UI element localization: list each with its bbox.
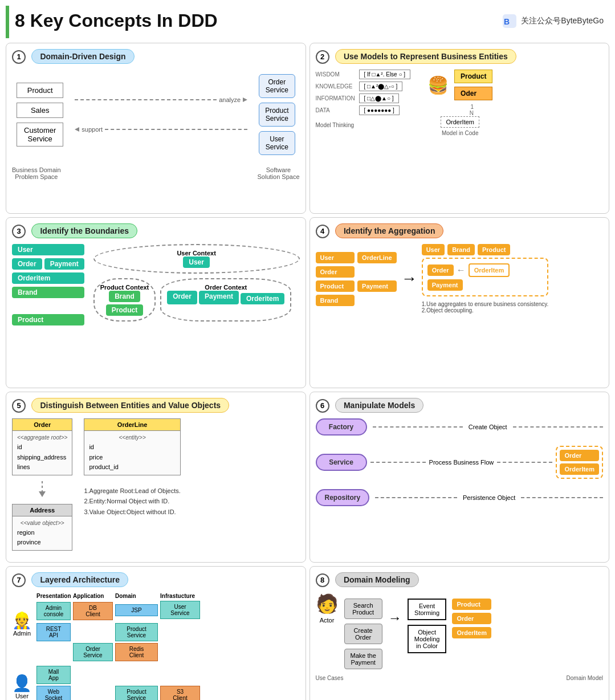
persistence-label: Persistence Object — [463, 494, 515, 501]
dm-orderitem: OrderItem — [452, 627, 491, 638]
section-title-7: Layered Architecture — [31, 572, 128, 587]
section-7: 7 Layered Architecture 👷 Admin 👤 User Pr… — [6, 566, 306, 700]
s3-contexts: User Context User Product Context Brand … — [93, 244, 300, 325]
burger-icon: 🍔 — [427, 75, 449, 95]
repository-oval: Repository — [316, 489, 370, 506]
ddd-left: Product Sales CustomerService — [17, 83, 63, 146]
data-row: DATA [ ●●●●●●● ] — [316, 105, 411, 115]
s4-orderline: OrderLine — [357, 252, 397, 263]
db-client-box: DBClient — [73, 602, 113, 620]
s4a-orderitem: OrderItem — [469, 263, 510, 277]
service-oval: Service — [316, 454, 367, 471]
s7-arch: Presentation Application Domain Infrastu… — [36, 593, 200, 700]
page-title: 8 Key Concepts In DDD — [15, 10, 218, 31]
user-context-user: User — [183, 257, 210, 268]
product-service-arch-box: ProductService — [115, 623, 158, 641]
factory-line2 — [513, 426, 603, 428]
bytebytego-icon: B — [502, 13, 518, 29]
s8-diagram: 🧑 Actor SearchProduct CreateOrder Make t… — [316, 593, 604, 669]
s4-payment: Payment — [357, 280, 397, 292]
main-grid: 1 Domain-Driven Design Product Sales Cus… — [6, 43, 609, 700]
ddd-labels: Business DomainProblem Space SoftwareSol… — [12, 164, 300, 180]
order-ctx-orderitem: Orderitem — [241, 293, 284, 304]
repo-line2 — [521, 497, 603, 498]
user-label: User — [12, 693, 32, 699]
factory-line — [373, 426, 463, 428]
jsp-box: JSP — [115, 604, 158, 616]
s4-after: User Brand Product Order ← OrderItem Pay… — [422, 244, 549, 314]
section-title-3: Identify the Boundaries — [31, 223, 137, 238]
orderline-uml: OrderLine <<entity>> id price product_id — [84, 418, 180, 475]
section-title-1: Domain-Driven Design — [31, 49, 134, 64]
brand-label: B 关注公众号ByteByteGo — [502, 13, 604, 29]
search-product-box: SearchProduct — [344, 599, 382, 619]
s4a-order: Order — [427, 264, 454, 276]
knowledge-row: KNOWLEDGE [ □▲²⬤△-○ ] — [316, 82, 411, 91]
user-context: User Context User — [93, 244, 300, 274]
s4a-payment: Payment — [427, 279, 543, 291]
order-ctx-payment: Payment — [199, 291, 239, 304]
s7-row4: WebSocket ProductService S3Client — [36, 686, 200, 700]
s5-diagram: Order <<aggregate root>> id shipping_add… — [12, 418, 300, 551]
section-num-2: 2 — [316, 50, 329, 64]
s4a-payment-box: Payment — [427, 279, 463, 291]
dm-order: Order — [452, 613, 491, 624]
order-service-box: OrderService — [259, 74, 295, 98]
factory-row: Factory Create Object — [316, 418, 604, 436]
websocket-box: WebSocket — [36, 686, 71, 700]
product-context-tag: Product — [106, 304, 143, 316]
uml-arrow-down — [12, 481, 72, 498]
product-context: Product Context Brand Product — [93, 278, 156, 321]
svg-text:B: B — [504, 17, 510, 26]
s6-order-box: Order — [560, 450, 599, 461]
infra-header: Infrastucture — [160, 593, 200, 599]
order-context-tags: Order Payment Orderitem — [167, 291, 284, 304]
orderline-uml-header: OrderLine — [84, 419, 180, 431]
wisdom-row: WISDOM [ If □▲². Else ○ ] — [316, 70, 411, 79]
ddd-arrows: analyze support — [75, 96, 247, 133]
product-box: Product — [17, 83, 63, 98]
software-solution-label: SoftwareSolution Space — [258, 166, 300, 180]
s4-order: Order — [316, 266, 355, 278]
actor-icon: 🧑 — [316, 593, 339, 614]
s5-left: Order <<aggregate root>> id shipping_add… — [12, 418, 72, 551]
s4-diagram: User OrderLine Order Product Payment Bra… — [316, 244, 604, 314]
section-2: 2 Use Models to Represent Business Entit… — [309, 43, 610, 214]
s2-left: WISDOM [ If □▲². Else ○ ] KNOWLEDGE [ □▲… — [316, 70, 411, 136]
ddd-right: OrderService ProductService UserService — [259, 74, 295, 155]
s8-labels: Use Cases Domain Model — [316, 675, 604, 681]
order-item-box: OrderItem — [441, 116, 479, 128]
s6-orderitem-box: OrderItem — [560, 463, 599, 475]
s4-aggregate-box: Order ← OrderItem Payment — [422, 258, 549, 296]
model-in-code-label: Model in Code — [442, 130, 478, 136]
arrow-analyze: analyze — [75, 96, 247, 103]
s7-col-headers: Presentation Application Domain Infrastu… — [36, 593, 200, 599]
s8-domain-model: Product Order OrderItem — [452, 599, 491, 638]
section-num-6: 6 — [316, 399, 329, 413]
process-business-label: Process Business Flow — [429, 459, 494, 466]
s2-boxes: Product Oder — [454, 70, 492, 100]
product-order-contexts: Product Context Brand Product Order Cont… — [93, 278, 300, 321]
s2-icons: 🍔 Product Oder — [427, 70, 492, 100]
section-5: 5 Distinguish Between Entities and Value… — [6, 392, 306, 563]
section-6: 6 Manipulate Models Factory Create Objec… — [309, 392, 610, 563]
section-title-8: Domain Modeling — [335, 572, 419, 587]
event-storming-box: EventStorming — [408, 599, 447, 620]
information-row: INFORMATION [ □△⬤▲○ ] — [316, 93, 411, 103]
s4-before: User OrderLine Order Product Payment Bra… — [316, 252, 397, 306]
section-num-7: 7 — [12, 573, 26, 587]
s4-order-group: Order ← OrderItem — [427, 263, 543, 277]
section-title-2: Use Models to Represent Business Entitie… — [335, 49, 516, 64]
s3-entities: User Order Payment Orderitem Brand Produ… — [12, 244, 84, 325]
product-model-box: Product — [454, 70, 492, 83]
domain-header: Domain — [115, 593, 158, 599]
s4-user: User — [316, 252, 355, 263]
sales-box: Sales — [17, 103, 63, 118]
section-num-5: 5 — [12, 399, 26, 413]
domain-model-label: Domain Model — [567, 675, 603, 681]
s7-row3: MallApp OrderService RedisClient — [36, 643, 200, 684]
s5-right: OrderLine <<entity>> id price product_id… — [84, 418, 180, 551]
header: 8 Key Concepts In DDD B 关注公众号ByteByteGo — [6, 6, 609, 38]
section-title-4: Identify the Aggregation — [335, 223, 443, 238]
actor-label: Actor — [320, 617, 335, 624]
